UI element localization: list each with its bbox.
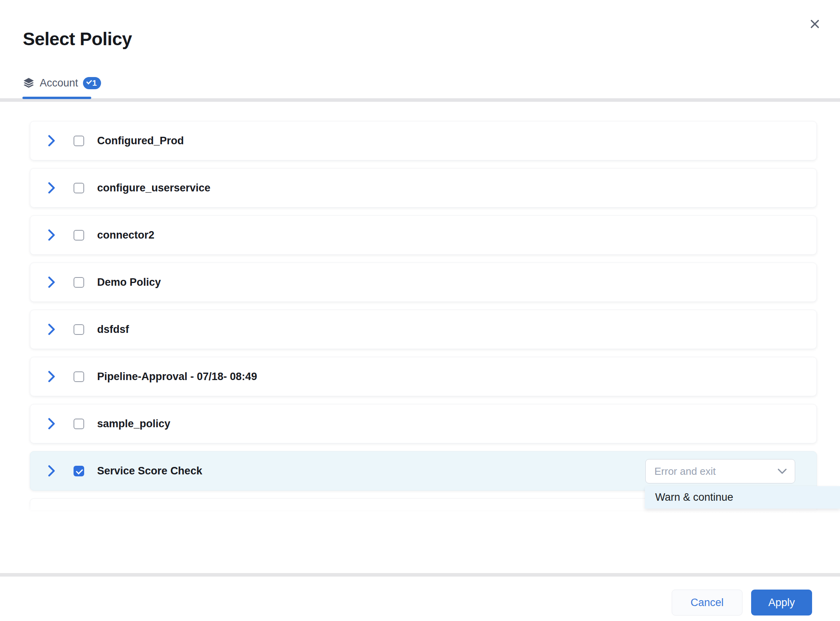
- policy-label: Service Score Check: [97, 465, 202, 477]
- policy-row-demo-policy[interactable]: Demo Policy: [30, 263, 817, 302]
- policy-row-service-score-check[interactable]: Service Score Check Error and exit: [30, 451, 817, 491]
- on-error-select[interactable]: Error and exit: [645, 459, 795, 483]
- policy-row-dsfdsf[interactable]: dsfdsf: [30, 310, 817, 349]
- chevron-right-icon[interactable]: [48, 323, 55, 335]
- chevron-right-icon[interactable]: [48, 135, 55, 147]
- policy-row-pipeline-approval[interactable]: Pipeline-Approval - 07/18- 08:49: [30, 357, 817, 396]
- policy-label: Configured_Prod: [97, 135, 184, 147]
- policy-label: connector2: [97, 229, 155, 241]
- policy-label: configure_userservice: [97, 182, 210, 194]
- policy-row-configure-userservice[interactable]: configure_userservice: [30, 168, 817, 208]
- page-title: Select Policy: [23, 28, 132, 50]
- policy-label: sample_policy: [97, 418, 170, 430]
- chevron-right-icon[interactable]: [48, 182, 55, 194]
- chevron-down-icon: [777, 468, 787, 474]
- policy-row-connector2[interactable]: connector2: [30, 215, 817, 255]
- policy-checkbox[interactable]: [74, 277, 84, 288]
- chevron-right-icon[interactable]: [48, 465, 55, 477]
- policy-row-configured-prod[interactable]: Configured_Prod: [30, 121, 817, 160]
- chevron-right-icon[interactable]: [48, 229, 55, 241]
- tabs-divider: [0, 98, 840, 102]
- selected-count: 1: [92, 78, 97, 88]
- policy-checkbox[interactable]: [74, 136, 84, 146]
- active-tab-underline: [22, 97, 91, 99]
- policy-checkbox[interactable]: [74, 371, 84, 382]
- policy-checkbox[interactable]: [74, 230, 84, 241]
- cancel-button[interactable]: Cancel: [672, 590, 742, 615]
- footer-divider: [0, 573, 840, 577]
- policy-checkbox[interactable]: [74, 466, 84, 476]
- apply-button[interactable]: Apply: [751, 590, 812, 615]
- select-policy-modal: Select Policy Account 1: [0, 0, 840, 621]
- layers-icon: [22, 77, 35, 89]
- chevron-right-icon[interactable]: [48, 276, 55, 288]
- policy-checkbox[interactable]: [74, 324, 84, 335]
- close-button[interactable]: [808, 17, 822, 31]
- dropdown-option-label: Warn & continue: [655, 491, 733, 503]
- chevron-right-icon[interactable]: [48, 371, 55, 382]
- dropdown-option-warn-continue[interactable]: Warn & continue: [645, 486, 840, 509]
- tab-account[interactable]: Account 1: [22, 75, 101, 91]
- close-icon: [809, 18, 821, 30]
- policy-checkbox[interactable]: [74, 183, 84, 193]
- check-icon: [86, 78, 92, 84]
- chevron-right-icon[interactable]: [48, 418, 55, 430]
- selected-count-badge: 1: [83, 77, 101, 89]
- policy-label: Pipeline-Approval - 07/18- 08:49: [97, 371, 257, 383]
- policy-label: Demo Policy: [97, 276, 161, 288]
- tab-account-label: Account: [40, 77, 78, 89]
- on-error-select-value: Error and exit: [654, 465, 777, 478]
- policy-checkbox[interactable]: [74, 419, 84, 429]
- policy-row-sample-policy[interactable]: sample_policy: [30, 404, 817, 443]
- policy-label: dsfdsf: [97, 323, 129, 336]
